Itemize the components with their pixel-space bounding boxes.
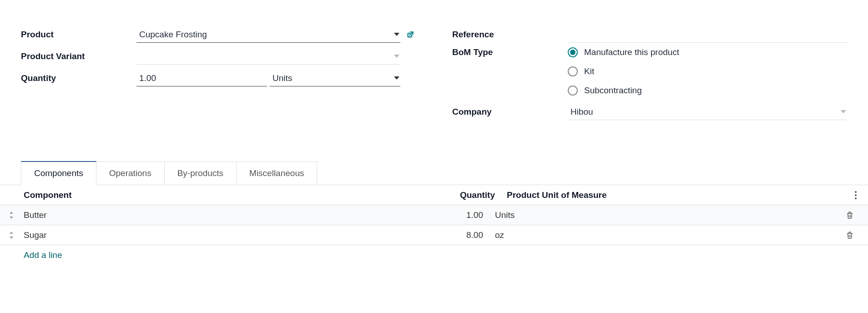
table-row[interactable]: Sugar 8.00 oz (0, 225, 868, 245)
bomtype-row: BoM Type Manufacture this product Kit (452, 45, 847, 96)
header-options[interactable] (848, 191, 863, 199)
tab-byproducts[interactable]: By-products (165, 162, 237, 185)
radio-kit[interactable]: Kit (568, 66, 679, 76)
variant-label: Product Variant (21, 51, 130, 61)
product-row: Product Cupcake Frosting (21, 24, 416, 45)
radio-manufacture[interactable]: Manufacture this product (568, 47, 679, 57)
tab-miscellaneous[interactable]: Miscellaneous (237, 162, 317, 185)
radio-kit-label: Kit (584, 66, 594, 76)
chevron-down-icon (841, 110, 846, 113)
header-quantity: Quantity (425, 190, 502, 200)
table-row[interactable]: Butter 1.00 Units (0, 205, 868, 225)
bomtype-radios: Manufacture this product Kit Subcontract… (568, 45, 679, 96)
company-label: Company (452, 107, 561, 117)
tab-strip: Components Operations By-products Miscel… (21, 161, 847, 185)
kebab-icon (855, 191, 857, 199)
quantity-value: 1.00 (139, 73, 156, 83)
external-link-icon[interactable] (406, 29, 416, 39)
tab-components[interactable]: Components (21, 161, 96, 185)
product-select[interactable]: Cupcake Frosting (136, 26, 400, 43)
quantity-input[interactable]: 1.00 (136, 70, 267, 86)
reference-row: Reference (452, 24, 847, 45)
add-line-link[interactable]: Add a line (23, 250, 863, 260)
product-value: Cupcake Frosting (139, 30, 207, 40)
tab-operations[interactable]: Operations (96, 162, 165, 185)
variant-row: Product Variant (21, 45, 416, 67)
cell-component: Sugar (23, 230, 413, 240)
tabs: Components Operations By-products Miscel… (21, 161, 847, 185)
table-header: Component Quantity Product Unit of Measu… (0, 185, 868, 205)
company-field-wrap: Hibou (568, 104, 847, 120)
drag-handle-icon[interactable] (0, 232, 23, 239)
header-uom: Product Unit of Measure (502, 190, 848, 200)
right-column: Reference BoM Type Manufacture this prod… (452, 24, 847, 123)
quantity-label: Quantity (21, 73, 130, 83)
components-table: Component Quantity Product Unit of Measu… (0, 185, 868, 265)
variant-field-wrap (136, 48, 416, 65)
drag-handle-icon[interactable] (0, 212, 23, 219)
cell-component: Butter (23, 210, 413, 220)
chevron-down-icon (394, 76, 399, 80)
uom-value: Units (273, 73, 292, 83)
delete-row-button[interactable] (836, 211, 863, 220)
reference-field-wrap (568, 26, 847, 43)
header-component: Component (23, 190, 425, 200)
radio-icon (568, 86, 578, 96)
variant-select[interactable] (136, 48, 400, 65)
radio-subcontracting-label: Subcontracting (584, 86, 642, 96)
uom-select[interactable]: Units (270, 70, 400, 86)
company-row: Company Hibou (452, 101, 847, 123)
company-value: Hibou (570, 107, 593, 117)
cell-quantity: 1.00 (413, 210, 490, 220)
product-field-wrap: Cupcake Frosting (136, 26, 416, 43)
radio-subcontracting[interactable]: Subcontracting (568, 86, 679, 96)
chevron-down-icon (394, 33, 399, 36)
product-label: Product (21, 30, 130, 40)
cell-uom: Units (490, 210, 836, 220)
form-grid: Product Cupcake Frosting Product V (21, 24, 847, 123)
chevron-down-icon (394, 55, 399, 58)
left-column: Product Cupcake Frosting Product V (21, 24, 416, 123)
bomtype-field: Manufacture this product Kit Subcontract… (568, 45, 847, 96)
bom-form: Product Cupcake Frosting Product V (0, 0, 868, 265)
reference-input[interactable] (568, 26, 847, 43)
add-line-row[interactable]: Add a line (0, 245, 868, 265)
radio-icon (568, 66, 578, 76)
cell-quantity: 8.00 (413, 230, 490, 240)
radio-icon (568, 47, 578, 57)
quantity-field-wrap: 1.00 Units (136, 70, 416, 86)
delete-row-button[interactable] (836, 231, 863, 240)
bomtype-label: BoM Type (452, 45, 561, 57)
cell-uom: oz (490, 230, 836, 240)
reference-label: Reference (452, 30, 561, 40)
company-select[interactable]: Hibou (568, 104, 847, 120)
quantity-row: Quantity 1.00 Units (21, 67, 416, 89)
radio-manufacture-label: Manufacture this product (584, 47, 679, 57)
